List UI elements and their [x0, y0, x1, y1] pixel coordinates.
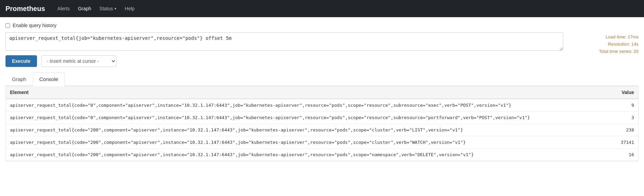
table-row: apiserver_request_total{code="200",compo…: [6, 124, 638, 136]
chevron-down-icon: ▾: [114, 7, 116, 11]
table-cell-element: apiserver_request_total{code="200",compo…: [6, 136, 613, 149]
table-cell-value: 3: [613, 112, 638, 124]
load-time: Load time: 17ms: [599, 34, 639, 41]
table-cell-value: 238: [613, 124, 638, 136]
nav-graph[interactable]: Graph: [74, 0, 95, 17]
insert-metric-select[interactable]: - insert metric at cursor -: [41, 55, 116, 67]
load-info: Load time: 17ms Resolution: 14s Total ti…: [599, 32, 639, 56]
nav-alerts[interactable]: Alerts: [53, 0, 74, 17]
results-table: Element Value apiserver_request_total{co…: [6, 86, 638, 161]
query-history-row: Enable query history: [5, 23, 639, 28]
query-history-label[interactable]: Enable query history: [13, 23, 57, 28]
main-content: Enable query history apiserver_request_t…: [0, 17, 644, 167]
nav-status[interactable]: Status ▾: [95, 0, 121, 17]
table-cell-element: apiserver_request_total{code="0",compone…: [6, 112, 613, 124]
tabs: Graph Console: [5, 72, 639, 86]
resolution: Resolution: 14s: [599, 41, 639, 48]
table-row: apiserver_request_total{code="0",compone…: [6, 112, 638, 124]
query-history-checkbox[interactable]: [5, 23, 10, 28]
table-row: apiserver_request_total{code="200",compo…: [6, 149, 638, 161]
nav-help[interactable]: Help: [121, 0, 139, 17]
execute-button[interactable]: Execute: [5, 55, 37, 67]
table-row: apiserver_request_total{code="0",compone…: [6, 99, 638, 112]
total-series: Total time series: 20: [599, 48, 639, 55]
tab-content: Element Value apiserver_request_total{co…: [5, 86, 639, 161]
tab-console[interactable]: Console: [33, 72, 65, 86]
table-cell-value: 37141: [613, 136, 638, 149]
table-body: apiserver_request_total{code="0",compone…: [6, 99, 638, 161]
table-cell-element: apiserver_request_total{code="200",compo…: [6, 124, 613, 136]
col-element: Element: [6, 86, 613, 99]
execute-row: Execute - insert metric at cursor -: [5, 55, 639, 67]
query-input[interactable]: apiserver_request_total{job="kubernetes-…: [5, 32, 563, 51]
nav-status-label: Status: [99, 6, 113, 11]
table-cell-element: apiserver_request_total{code="0",compone…: [6, 99, 613, 112]
brand-logo[interactable]: Prometheus: [5, 5, 45, 13]
table-row: apiserver_request_total{code="200",compo…: [6, 136, 638, 149]
query-row: apiserver_request_total{job="kubernetes-…: [5, 32, 639, 52]
table-cell-element: apiserver_request_total{code="200",compo…: [6, 149, 613, 161]
tab-graph[interactable]: Graph: [5, 72, 33, 86]
navbar: Prometheus Alerts Graph Status ▾ Help: [0, 0, 644, 17]
table-header-row: Element Value: [6, 86, 638, 99]
table-cell-value: 9: [613, 99, 638, 112]
table-cell-value: 16: [613, 149, 638, 161]
col-value: Value: [613, 86, 638, 99]
